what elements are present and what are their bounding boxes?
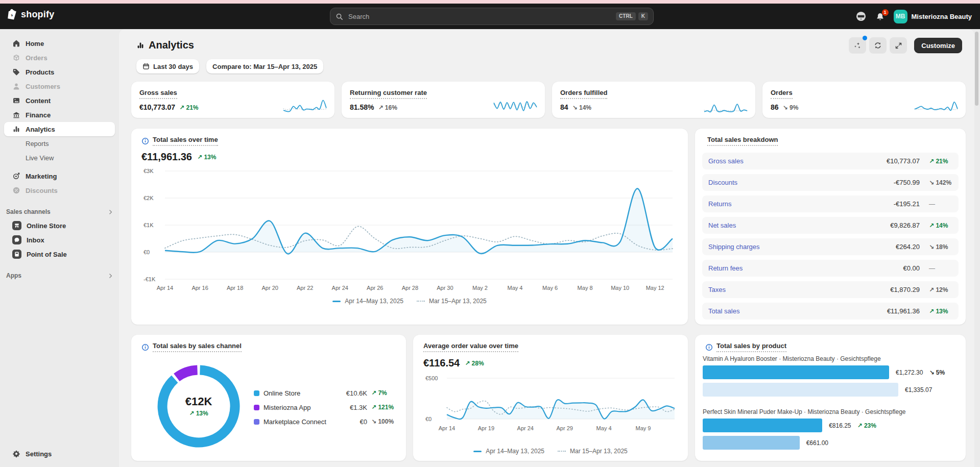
change-indicator: ↗ 7%: [371, 389, 397, 397]
sidebar-item-label: Live View: [26, 154, 54, 162]
sidebar-item-label: Orders: [26, 54, 47, 62]
compare-label: Compare to: Mar 15–Apr 13, 2025: [212, 63, 317, 70]
total-sales-over-time-card: Total sales over time €11,961.36 ↗ 13% €…: [131, 129, 688, 325]
metric-card-orders: Orders86↘ 9%: [762, 82, 966, 118]
svg-text:May 8: May 8: [578, 285, 593, 291]
metric-value: 86: [771, 103, 779, 111]
product-group: Perfect Skin Mineral Puder Make-Up · Mis…: [703, 408, 955, 450]
breakdown-row-total-sales[interactable]: Total sales€11,961.36↗ 13%: [702, 303, 959, 319]
breakdown-title[interactable]: Total sales breakdown: [707, 136, 778, 146]
channel-label: Online Store: [264, 389, 300, 397]
sidebar-item-finance[interactable]: Finance: [4, 108, 115, 122]
sidebar-item-label: Inbox: [27, 236, 44, 244]
breakdown-label[interactable]: Shipping charges: [708, 243, 759, 251]
topbar: s shopify CTRL K 1 MB Misteriozna Beauty: [0, 4, 980, 29]
sidebar: HomeOrdersProductsCustomersContentFinanc…: [0, 29, 119, 467]
metric-title[interactable]: Orders: [771, 89, 793, 99]
sales-by-product-title[interactable]: Total sales by product: [716, 342, 786, 352]
svg-text:Apr 28: Apr 28: [402, 285, 418, 291]
orders-icon: [12, 54, 20, 62]
change-indicator: ↗ 13%: [197, 154, 216, 161]
sidebar-item-label: Customers: [26, 83, 60, 90]
sidebar-item-label: Point of Sale: [27, 251, 67, 258]
fullscreen-button[interactable]: [890, 37, 907, 54]
notifications-button[interactable]: 1: [876, 12, 885, 21]
sidebar-item-content[interactable]: Content: [4, 93, 115, 108]
breakdown-label[interactable]: Total sales: [708, 307, 739, 315]
sidebar-item-reports[interactable]: Reports: [4, 136, 115, 151]
global-search[interactable]: CTRL K: [330, 8, 654, 25]
compare-filter[interactable]: Compare to: Mar 15–Apr 13, 2025: [206, 59, 323, 73]
sidebar-item-settings[interactable]: Settings: [4, 447, 115, 461]
breakdown-value: -€750.99: [894, 179, 920, 186]
breakdown-row-returns[interactable]: Returns-€195.21—: [702, 195, 959, 212]
metric-card-returning-customer-rate: Returning customer rate81.58%↗ 16%: [342, 82, 545, 118]
svg-text:May 4: May 4: [508, 285, 523, 291]
svg-text:May 2: May 2: [472, 285, 488, 291]
total-sales-over-time-title[interactable]: Total sales over time: [153, 136, 218, 146]
metric-title[interactable]: Orders fulfilled: [560, 89, 607, 99]
breakdown-row-gross-sales[interactable]: Gross sales€10,773.07↗ 21%: [702, 153, 959, 169]
point-of-sale-icon: [12, 250, 21, 259]
apps-header[interactable]: Apps: [6, 270, 114, 281]
search-icon: [336, 13, 343, 20]
customize-button[interactable]: Customize: [914, 38, 962, 53]
svg-text:May 12: May 12: [646, 285, 664, 291]
sales-by-channel-title[interactable]: Total sales by sales channel: [153, 342, 242, 352]
shopify-logo[interactable]: s shopify: [7, 9, 54, 20]
legend-label: Mar 15–Apr 13, 2025: [570, 448, 628, 455]
sidebar-item-marketing[interactable]: Marketing: [4, 169, 115, 183]
breakdown-row-shipping-charges[interactable]: Shipping charges€264.20↘ 18%: [702, 238, 959, 255]
legend-dotted-swatch: [417, 301, 425, 302]
breakdown-label[interactable]: Gross sales: [708, 157, 744, 165]
sidebar-item-inbox[interactable]: Inbox: [4, 233, 115, 247]
sidebar-item-live-view[interactable]: Live View: [4, 151, 115, 165]
magic-assistant-button[interactable]: [849, 37, 866, 54]
breakdown-label[interactable]: Discounts: [708, 179, 737, 186]
sidebar-item-point-of-sale[interactable]: Point of Sale: [4, 247, 115, 261]
sidebar-item-home[interactable]: Home: [4, 36, 115, 51]
breakdown-label[interactable]: Returns: [708, 200, 732, 208]
current-period-bar: [703, 419, 822, 432]
change-indicator: ↘ 100%: [371, 418, 397, 425]
account-icon[interactable]: [855, 11, 867, 22]
store-menu[interactable]: MB Misteriozna Beauty: [894, 10, 972, 23]
date-range-filter[interactable]: Last 30 days: [136, 59, 199, 73]
refresh-data-button[interactable]: [869, 37, 887, 54]
main-content: Analytics Customize Last 30 days Compare…: [119, 29, 974, 467]
sidebar-item-products[interactable]: Products: [4, 65, 115, 79]
sparkline: [703, 95, 748, 114]
metric-title[interactable]: Gross sales: [139, 89, 177, 99]
channel-legend-item: Online Store€10.6K↗ 7%: [254, 386, 397, 400]
channel-legend: Online Store€10.6K↗ 7%Misteriozna App€1.…: [254, 386, 397, 429]
search-input[interactable]: [347, 12, 612, 21]
ctrl-key: CTRL: [616, 12, 636, 20]
svg-text:May 9: May 9: [636, 425, 651, 431]
magic-icon: [853, 41, 862, 50]
legend-item: Mar 15–Apr 13, 2025: [558, 448, 628, 455]
breakdown-row-taxes[interactable]: Taxes€1,870.29↗ 12%: [702, 281, 959, 298]
channel-swatch: [254, 390, 259, 396]
total-sales-breakdown-card: Total sales breakdown Gross sales€10,773…: [695, 129, 966, 325]
breakdown-label[interactable]: Taxes: [708, 286, 726, 293]
breakdown-row-discounts[interactable]: Discounts-€750.99↘ 142%: [702, 174, 959, 191]
sidebar-item-analytics[interactable]: Analytics: [4, 122, 115, 136]
breakdown-label[interactable]: Net sales: [708, 222, 736, 229]
vertical-scrollbar[interactable]: [975, 32, 978, 106]
breakdown-value: €0.00: [903, 264, 920, 272]
channel-value: €0: [360, 418, 367, 426]
sidebar-item-orders[interactable]: Orders: [4, 51, 115, 65]
product-current-bar-row: €1,272.30↘ 5%: [703, 365, 955, 379]
sales-channels-header[interactable]: Sales channels: [6, 206, 114, 217]
products-icon: [12, 68, 20, 76]
breakdown-label[interactable]: Return fees: [708, 264, 743, 272]
sidebar-item-label: Reports: [26, 140, 49, 148]
sidebar-item-online-store[interactable]: Online Store: [4, 218, 115, 233]
aov-title[interactable]: Average order value over time: [423, 342, 518, 352]
breakdown-row-net-sales[interactable]: Net sales€9,826.87↗ 14%: [702, 217, 959, 234]
breakdown-row-return-fees[interactable]: Return fees€0.00—: [702, 260, 959, 277]
sidebar-item-discounts[interactable]: Discounts: [4, 183, 115, 198]
metric-title[interactable]: Returning customer rate: [350, 89, 427, 99]
svg-text:Apr 22: Apr 22: [297, 285, 313, 291]
sidebar-item-customers[interactable]: Customers: [4, 79, 115, 93]
